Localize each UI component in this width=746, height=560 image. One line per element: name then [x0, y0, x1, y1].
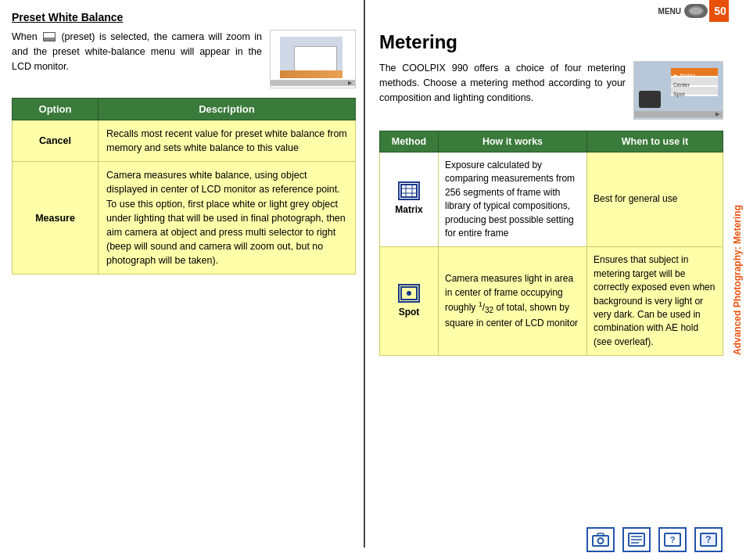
option-table: Option Description Cancel Recalls most r…	[12, 98, 356, 275]
svg-rect-9	[593, 536, 608, 546]
when-matrix: Best for general use	[587, 153, 723, 247]
option-cancel: Cancel	[13, 120, 99, 162]
lcd-image-right: ► Matrix Center Spot ▶	[633, 61, 723, 120]
col-description: Description	[99, 99, 356, 120]
spot-label: Spot	[399, 307, 420, 318]
lcd-image-left: ▶	[270, 30, 356, 88]
svg-point-1	[690, 8, 702, 15]
spot-icon	[398, 284, 420, 303]
preset-icon	[43, 32, 56, 41]
sidebar-text: Advanced Photography: Metering	[729, 0, 746, 560]
menu-bottom-icon[interactable]	[622, 527, 651, 552]
table-row-spot: Spot Camera measures light in area in ce…	[380, 247, 723, 356]
when-spot: Ensures that subject in metering target …	[587, 247, 723, 356]
how-matrix: Exposure calculated by comparing measure…	[439, 153, 587, 247]
right-panel: MENU 50 Metering The COOLPIX 990 offers …	[371, 0, 731, 547]
help-bottom-icon[interactable]: ?	[658, 527, 687, 552]
sidebar-vertical-label: Advanced Photography: Metering	[732, 205, 743, 355]
menu-icon-circle	[684, 4, 708, 18]
col-option: Option	[13, 99, 99, 120]
svg-point-8	[407, 291, 411, 296]
left-title: Preset White Balance	[12, 11, 356, 23]
svg-rect-2	[401, 185, 417, 197]
desc-measure: Camera measures white balance, using obj…	[99, 162, 356, 275]
camera-bottom-icon[interactable]	[586, 527, 615, 552]
desc-cancel: Recalls most recent value for preset whi…	[99, 120, 356, 162]
intro-text: When (preset) is selected, the camera wi…	[12, 30, 262, 74]
table-row: Cancel Recalls most recent value for pre…	[13, 120, 356, 162]
matrix-label: Matrix	[395, 204, 422, 215]
right-intro-text: The COOLPIX 990 offers a choice of four …	[379, 61, 626, 105]
vertical-divider	[364, 0, 365, 547]
intro-section: When (preset) is selected, the camera wi…	[12, 30, 356, 88]
col-method: Method	[380, 131, 439, 153]
top-right-header: MENU 50	[658, 0, 731, 22]
metering-table: Method How it works When to use it	[379, 131, 723, 356]
svg-text:?: ?	[670, 535, 676, 544]
menu-label: MENU	[658, 7, 681, 16]
method-spot: Spot	[380, 247, 439, 356]
right-intro: The COOLPIX 990 offers a choice of four …	[379, 61, 723, 120]
svg-point-10	[598, 538, 604, 544]
col-when: When to use it	[587, 131, 723, 153]
left-panel: Preset White Balance When (preset) is se…	[0, 0, 364, 532]
svg-rect-11	[597, 533, 604, 536]
how-spot: Camera measures light in area in center …	[439, 247, 587, 356]
matrix-icon	[398, 181, 420, 200]
method-matrix: Matrix	[380, 153, 439, 247]
option-measure: Measure	[13, 162, 99, 275]
svg-text:?: ?	[705, 534, 711, 545]
right-title: Metering	[379, 31, 723, 53]
table-row: Measure Camera measures white balance, u…	[13, 162, 356, 275]
col-how: How it works	[439, 131, 587, 153]
table-row-matrix: Matrix Exposure calculated by comparing …	[380, 153, 723, 247]
page-number: 50	[709, 0, 731, 22]
question-bottom-icon[interactable]: ?	[694, 527, 723, 552]
bottom-icons: ? ?	[586, 527, 723, 552]
